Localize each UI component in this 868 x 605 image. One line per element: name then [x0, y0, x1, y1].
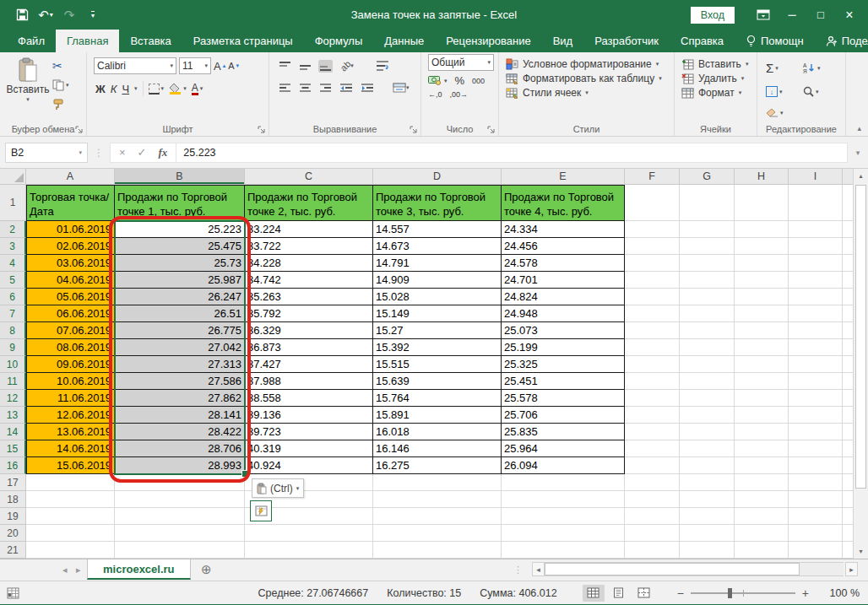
ribbon-tab-вставка[interactable]: Вставка	[119, 30, 182, 52]
format-as-table-button[interactable]: Форматировать как таблицу ▾	[499, 70, 674, 84]
cell-G3[interactable]	[680, 238, 735, 255]
cell-G4[interactable]	[680, 255, 735, 272]
clear-button[interactable]: ▾	[766, 108, 803, 118]
page-layout-view-button[interactable]	[608, 585, 630, 602]
column-header-E[interactable]: E	[502, 169, 625, 185]
next-sheet-button[interactable]: ▸	[76, 559, 81, 580]
find-select-button[interactable]: ▾	[803, 86, 840, 97]
paste-options-button[interactable]: (Ctrl) ▾	[252, 478, 304, 498]
cell-G1[interactable]	[680, 185, 735, 221]
ribbon-tab-помощн[interactable]: Помощн	[735, 30, 815, 52]
cell-C21[interactable]	[245, 542, 373, 559]
cell-B4[interactable]: 25.73	[115, 255, 245, 272]
cell-G20[interactable]	[680, 525, 735, 542]
cell-C1[interactable]: Продажи по Торговой точке 2, тыс. руб.	[245, 185, 373, 221]
cell-A3[interactable]: 02.06.2019	[26, 238, 115, 255]
column-header-B[interactable]: B	[115, 169, 245, 185]
format-painter-button[interactable]	[52, 98, 64, 111]
cell-G21[interactable]	[680, 542, 735, 559]
borders-button[interactable]: ▾	[149, 84, 165, 95]
cell-F3[interactable]	[625, 238, 680, 255]
cell-G14[interactable]	[680, 424, 735, 440]
row-header-12[interactable]: 12	[0, 390, 26, 407]
zoom-percentage[interactable]: 100 %	[821, 587, 860, 599]
cell-B14[interactable]: 28.422	[115, 424, 245, 440]
vertical-scroll-thumb[interactable]	[855, 185, 866, 489]
ribbon-display-options-button[interactable]	[751, 4, 775, 26]
cell-D3[interactable]: 14.673	[373, 238, 502, 255]
align-left-button[interactable]	[278, 82, 292, 95]
ribbon-tab-главная[interactable]: Главная	[56, 30, 119, 52]
cell-C16[interactable]: 40.924	[245, 457, 373, 474]
cell-E19[interactable]	[502, 508, 625, 525]
row-header-18[interactable]: 18	[0, 491, 26, 508]
format-cells-button[interactable]: Формат ▾	[675, 84, 757, 99]
font-dialog-launcher[interactable]	[258, 126, 266, 134]
tab-splitter-handle[interactable]: ⋮	[513, 559, 522, 580]
cell-E10[interactable]: 25.325	[502, 356, 625, 373]
row-header-6[interactable]: 6	[0, 289, 26, 305]
sign-in-button[interactable]: Вход	[691, 7, 735, 24]
cell-H10[interactable]	[735, 356, 789, 373]
percent-style-button[interactable]: %	[455, 74, 465, 87]
scroll-up-button[interactable]: ▴	[854, 169, 868, 183]
cell-D8[interactable]: 15.27	[373, 322, 502, 339]
cell-C7[interactable]: 35.792	[245, 305, 373, 322]
row-header-14[interactable]: 14	[0, 424, 26, 440]
cell-E11[interactable]: 25.451	[502, 373, 625, 390]
normal-view-button[interactable]	[583, 585, 605, 602]
zoom-slider[interactable]	[691, 592, 795, 594]
cell-I13[interactable]	[789, 407, 843, 424]
delete-cells-button[interactable]: Удалить ▾	[675, 70, 757, 84]
cell-I11[interactable]	[789, 373, 843, 390]
cell-A11[interactable]: 10.06.2019	[26, 373, 115, 390]
cell-H9[interactable]	[735, 339, 789, 356]
cell-H8[interactable]	[735, 322, 789, 339]
fill-handle[interactable]	[241, 470, 249, 478]
cell-I18[interactable]	[789, 491, 843, 508]
cell-A2[interactable]: 01.06.2019	[26, 221, 115, 238]
cell-E2[interactable]: 24.334	[502, 221, 625, 238]
row-header-9[interactable]: 9	[0, 339, 26, 356]
ribbon-tab-разработчик[interactable]: Разработчик	[583, 30, 670, 52]
save-button[interactable]	[12, 5, 32, 25]
ribbon-tab-справка[interactable]: Справка	[670, 30, 735, 52]
cell-H4[interactable]	[735, 255, 789, 272]
cell-G2[interactable]	[680, 221, 735, 238]
cell-F9[interactable]	[625, 339, 680, 356]
cell-A18[interactable]	[26, 491, 115, 508]
cell-D7[interactable]: 15.149	[373, 305, 502, 322]
cell-A13[interactable]: 12.06.2019	[26, 407, 115, 424]
paste-button[interactable]: Вставить ▾	[7, 57, 49, 103]
cell-B10[interactable]: 27.313	[115, 356, 245, 373]
cell-D2[interactable]: 14.557	[373, 221, 502, 238]
cell-F7[interactable]	[625, 305, 680, 322]
cell-C15[interactable]: 40.319	[245, 440, 373, 457]
cell-E7[interactable]: 24.948	[502, 305, 625, 322]
formula-input[interactable]: 25.223	[176, 143, 848, 163]
row-header-3[interactable]: 3	[0, 238, 26, 255]
grow-font-button[interactable]: А▴	[214, 60, 225, 73]
cell-F15[interactable]	[625, 440, 680, 457]
cell-F12[interactable]	[625, 390, 680, 407]
cell-C4[interactable]: 34.228	[245, 255, 373, 272]
cell-C13[interactable]: 39.136	[245, 407, 373, 424]
copy-button[interactable]: ▾	[52, 78, 69, 92]
cell-C3[interactable]: 33.722	[245, 238, 373, 255]
cell-C6[interactable]: 35.263	[245, 289, 373, 305]
cell-H19[interactable]	[735, 508, 789, 525]
cell-A5[interactable]: 04.06.2019	[26, 272, 115, 289]
cell-B12[interactable]: 27.862	[115, 390, 245, 407]
accounting-format-button[interactable]: ▾	[428, 76, 448, 85]
number-format-select[interactable]: Общий▾	[428, 54, 494, 71]
fill-button[interactable]: ↓ ▾	[766, 86, 803, 97]
cell-H15[interactable]	[735, 440, 789, 457]
cell-A9[interactable]: 08.06.2019	[26, 339, 115, 356]
cell-E14[interactable]: 25.835	[502, 424, 625, 440]
row-header-13[interactable]: 13	[0, 407, 26, 424]
cell-D15[interactable]: 16.146	[373, 440, 502, 457]
ribbon-tab-разметка-страницы[interactable]: Разметка страницы	[182, 30, 304, 52]
align-top-button[interactable]	[278, 60, 292, 73]
row-header-1[interactable]: 1	[0, 185, 26, 221]
number-dialog-launcher[interactable]	[487, 126, 496, 134]
